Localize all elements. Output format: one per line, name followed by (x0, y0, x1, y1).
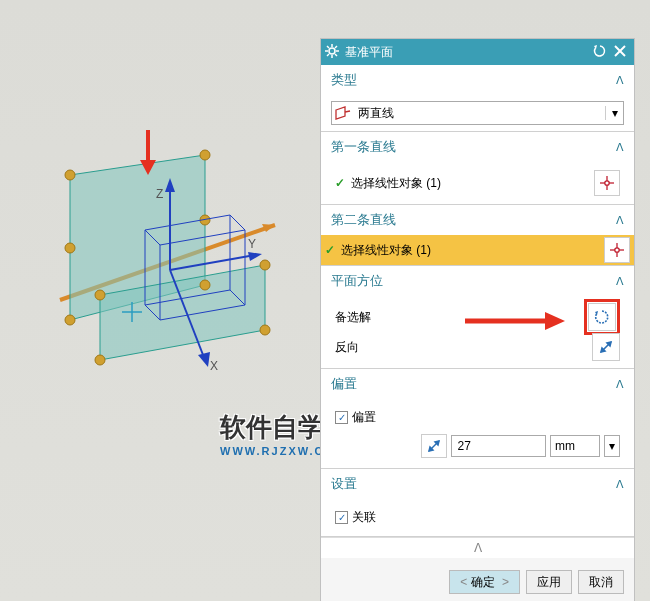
svg-marker-24 (248, 252, 262, 261)
svg-line-46 (345, 111, 350, 112)
offset-checkbox-row[interactable]: ✓ 偏置 (331, 405, 624, 430)
chevron-up-icon[interactable]: ᐱ (321, 537, 634, 558)
svg-line-17 (230, 215, 245, 230)
offset-value-row: 27 mm ▾ (331, 430, 624, 462)
chevron-down-icon: ▾ (605, 106, 623, 120)
svg-line-38 (327, 46, 329, 48)
offset-header[interactable]: 偏置 ᐱ (321, 369, 634, 399)
offset-section: 偏置 ᐱ ✓ 偏置 27 mm ▾ (321, 369, 634, 469)
svg-line-39 (335, 54, 337, 56)
type-header[interactable]: 类型 ᐱ (321, 65, 634, 95)
line1-select-row[interactable]: ✓ 选择线性对象 (1) (331, 168, 624, 198)
svg-point-11 (260, 260, 270, 270)
dialog-title: 基准平面 (345, 44, 590, 61)
reverse-button[interactable] (592, 333, 620, 361)
svg-point-10 (95, 290, 105, 300)
svg-point-51 (605, 181, 609, 185)
arrow-annotation (460, 306, 570, 336)
chevron-up-icon: ᐱ (616, 214, 624, 227)
chevron-up-icon: ᐱ (616, 74, 624, 87)
chevron-up-icon: ᐱ (616, 141, 624, 154)
svg-marker-27 (198, 352, 210, 367)
svg-point-9 (200, 280, 210, 290)
line2-select-row[interactable]: ✓ 选择线性对象 (1) (321, 235, 634, 265)
offset-value-input[interactable]: 27 (451, 435, 547, 457)
line2-header[interactable]: 第二条直线 ᐱ (321, 205, 634, 235)
svg-point-56 (615, 248, 619, 252)
offset-unit-select[interactable]: mm (550, 435, 600, 457)
type-section: 类型 ᐱ 两直线 ▾ (321, 65, 634, 132)
reset-icon[interactable] (590, 44, 610, 61)
3d-viewport[interactable]: Z Y X (0, 0, 320, 601)
svg-point-33 (329, 48, 335, 54)
settings-section: 设置 ᐱ ✓ 关联 (321, 469, 634, 537)
svg-point-12 (95, 355, 105, 365)
svg-text:Y: Y (248, 237, 256, 251)
line2-section: 第二条直线 ᐱ ✓ 选择线性对象 (1) (321, 205, 634, 266)
apply-button[interactable]: 应用 (526, 570, 572, 594)
close-icon[interactable] (610, 45, 630, 60)
alternate-solution-button[interactable] (588, 303, 616, 331)
ok-button[interactable]: < 确定 > (449, 570, 520, 594)
cancel-button[interactable]: 取消 (578, 570, 624, 594)
check-icon: ✓ (335, 176, 345, 190)
target-icon-button[interactable] (594, 170, 620, 196)
chevron-up-icon: ᐱ (616, 378, 624, 391)
type-dropdown[interactable]: 两直线 ▾ (331, 101, 624, 125)
svg-text:X: X (210, 359, 218, 373)
line1-section: 第一条直线 ᐱ ✓ 选择线性对象 (1) (321, 132, 634, 205)
reverse-row: 反向 (331, 332, 624, 362)
orientation-header[interactable]: 平面方位 ᐱ (321, 266, 634, 296)
svg-point-13 (260, 325, 270, 335)
svg-point-6 (65, 243, 75, 253)
svg-point-8 (65, 315, 75, 325)
offset-checkbox[interactable]: ✓ (335, 411, 348, 424)
highlight-annotation (584, 299, 620, 335)
svg-line-40 (327, 54, 329, 56)
svg-text:Z: Z (156, 187, 163, 201)
svg-point-4 (65, 170, 75, 180)
offset-unit-dropdown[interactable]: ▾ (604, 435, 620, 457)
dialog-header[interactable]: 基准平面 (321, 39, 634, 65)
svg-point-5 (200, 150, 210, 160)
associative-checkbox[interactable]: ✓ (335, 511, 348, 524)
line1-header[interactable]: 第一条直线 ᐱ (321, 132, 634, 162)
chevron-up-icon: ᐱ (616, 478, 624, 491)
chevron-up-icon: ᐱ (616, 275, 624, 288)
svg-marker-45 (336, 107, 345, 119)
settings-header[interactable]: 设置 ᐱ (321, 469, 634, 499)
two-lines-icon (332, 106, 354, 120)
dialog-footer: < 确定 > 应用 取消 (321, 558, 634, 601)
target-icon-button[interactable] (604, 237, 630, 263)
check-icon: ✓ (325, 243, 335, 257)
gear-icon (325, 44, 339, 61)
associative-checkbox-row[interactable]: ✓ 关联 (331, 505, 624, 530)
offset-flip-button[interactable] (421, 434, 447, 458)
svg-marker-65 (545, 312, 565, 330)
svg-line-41 (335, 46, 337, 48)
